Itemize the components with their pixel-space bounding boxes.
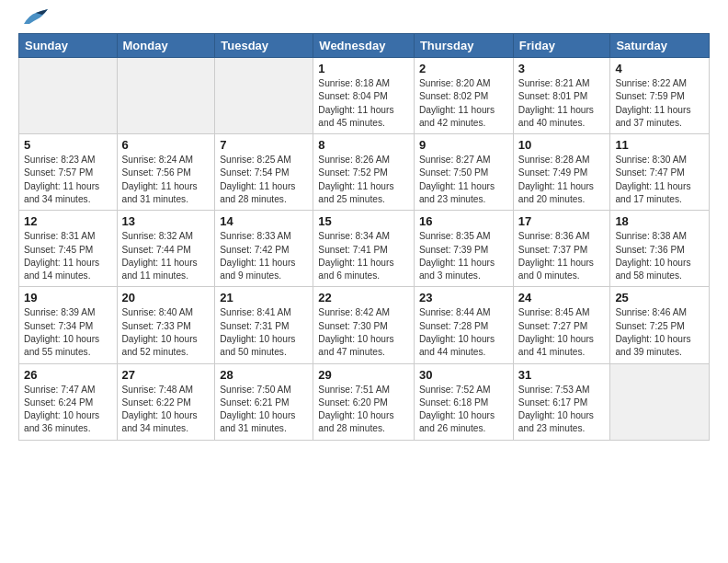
calendar-cell: 19Sunrise: 8:39 AM Sunset: 7:34 PM Dayli… [19,287,118,363]
calendar-cell: 2Sunrise: 8:20 AM Sunset: 8:02 PM Daylig… [414,58,513,134]
day-info: Sunrise: 7:53 AM Sunset: 6:17 PM Dayligh… [518,384,606,436]
calendar-cell: 16Sunrise: 8:35 AM Sunset: 7:39 PM Dayli… [414,211,513,287]
day-info: Sunrise: 7:51 AM Sunset: 6:20 PM Dayligh… [318,384,409,436]
calendar-cell: 31Sunrise: 7:53 AM Sunset: 6:17 PM Dayli… [513,363,610,440]
logo [18,15,50,28]
calendar-cell: 7Sunrise: 8:25 AM Sunset: 7:54 PM Daylig… [215,134,313,211]
weekday-header-thursday: Thursday [414,34,513,58]
day-number: 16 [419,214,508,228]
day-info: Sunrise: 8:32 AM Sunset: 7:44 PM Dayligh… [122,230,210,282]
day-number: 17 [518,214,606,228]
week-row-4: 19Sunrise: 8:39 AM Sunset: 7:34 PM Dayli… [19,287,710,363]
day-number: 23 [419,291,508,304]
calendar-cell: 17Sunrise: 8:36 AM Sunset: 7:37 PM Dayli… [513,211,610,287]
weekday-header-sunday: Sunday [19,34,118,58]
calendar-cell: 10Sunrise: 8:28 AM Sunset: 7:49 PM Dayli… [513,134,610,211]
day-info: Sunrise: 8:18 AM Sunset: 8:04 PM Dayligh… [318,77,409,130]
day-number: 21 [220,291,308,304]
day-info: Sunrise: 7:48 AM Sunset: 6:22 PM Dayligh… [122,384,210,436]
calendar-cell: 9Sunrise: 8:27 AM Sunset: 7:50 PM Daylig… [414,134,513,211]
day-number: 14 [220,214,308,228]
day-info: Sunrise: 8:34 AM Sunset: 7:41 PM Dayligh… [318,230,409,282]
calendar-cell: 15Sunrise: 8:34 AM Sunset: 7:41 PM Dayli… [313,211,415,287]
logo-bird-icon [22,7,50,28]
day-number: 13 [122,214,210,228]
calendar-cell: 21Sunrise: 8:41 AM Sunset: 7:31 PM Dayli… [215,287,313,363]
calendar-cell: 24Sunrise: 8:45 AM Sunset: 7:27 PM Dayli… [513,287,610,363]
day-info: Sunrise: 7:50 AM Sunset: 6:21 PM Dayligh… [220,384,308,436]
day-info: Sunrise: 8:25 AM Sunset: 7:54 PM Dayligh… [220,154,308,206]
calendar-cell: 6Sunrise: 8:24 AM Sunset: 7:56 PM Daylig… [117,134,215,211]
day-info: Sunrise: 8:27 AM Sunset: 7:50 PM Dayligh… [419,154,508,206]
calendar-cell: 14Sunrise: 8:33 AM Sunset: 7:42 PM Dayli… [215,211,313,287]
day-info: Sunrise: 8:42 AM Sunset: 7:30 PM Dayligh… [318,306,409,359]
day-info: Sunrise: 8:41 AM Sunset: 7:31 PM Dayligh… [220,306,308,359]
weekday-header-saturday: Saturday [610,34,710,58]
calendar-cell: 23Sunrise: 8:44 AM Sunset: 7:28 PM Dayli… [414,287,513,363]
day-number: 2 [419,62,508,75]
calendar-cell: 5Sunrise: 8:23 AM Sunset: 7:57 PM Daylig… [19,134,118,211]
day-info: Sunrise: 8:40 AM Sunset: 7:33 PM Dayligh… [122,306,210,359]
day-info: Sunrise: 8:38 AM Sunset: 7:36 PM Dayligh… [615,230,704,282]
calendar-cell [215,58,313,134]
day-info: Sunrise: 8:22 AM Sunset: 7:59 PM Dayligh… [615,77,704,130]
day-number: 24 [518,291,606,304]
weekday-header-tuesday: Tuesday [215,34,313,58]
day-number: 20 [122,291,210,304]
weekday-header-wednesday: Wednesday [313,34,415,58]
day-number: 27 [122,368,210,382]
calendar-cell: 27Sunrise: 7:48 AM Sunset: 6:22 PM Dayli… [117,363,215,440]
day-number: 30 [419,368,508,382]
calendar-cell: 28Sunrise: 7:50 AM Sunset: 6:21 PM Dayli… [215,363,313,440]
day-number: 15 [318,214,409,228]
calendar-cell [610,363,710,440]
day-info: Sunrise: 8:21 AM Sunset: 8:01 PM Dayligh… [518,77,606,130]
day-info: Sunrise: 8:28 AM Sunset: 7:49 PM Dayligh… [518,154,606,206]
day-number: 10 [518,138,606,152]
day-number: 26 [24,368,112,382]
calendar-cell: 25Sunrise: 8:46 AM Sunset: 7:25 PM Dayli… [610,287,710,363]
calendar-cell: 13Sunrise: 8:32 AM Sunset: 7:44 PM Dayli… [117,211,215,287]
day-info: Sunrise: 8:24 AM Sunset: 7:56 PM Dayligh… [122,154,210,206]
day-info: Sunrise: 8:30 AM Sunset: 7:47 PM Dayligh… [615,154,704,206]
day-number: 9 [419,138,508,152]
day-info: Sunrise: 8:23 AM Sunset: 7:57 PM Dayligh… [24,154,112,206]
day-number: 4 [615,62,704,75]
calendar-cell: 22Sunrise: 8:42 AM Sunset: 7:30 PM Dayli… [313,287,415,363]
calendar-cell: 12Sunrise: 8:31 AM Sunset: 7:45 PM Dayli… [19,211,118,287]
calendar-table: SundayMondayTuesdayWednesdayThursdayFrid… [18,33,710,441]
day-number: 12 [24,214,112,228]
day-info: Sunrise: 7:47 AM Sunset: 6:24 PM Dayligh… [24,384,112,436]
calendar-cell [19,58,118,134]
calendar-cell: 30Sunrise: 7:52 AM Sunset: 6:18 PM Dayli… [414,363,513,440]
day-number: 18 [615,214,704,228]
day-info: Sunrise: 8:33 AM Sunset: 7:42 PM Dayligh… [220,230,308,282]
weekday-header-friday: Friday [513,34,610,58]
weekday-header-monday: Monday [117,34,215,58]
day-info: Sunrise: 8:45 AM Sunset: 7:27 PM Dayligh… [518,306,606,359]
day-number: 25 [615,291,704,304]
weekday-header-row: SundayMondayTuesdayWednesdayThursdayFrid… [19,34,710,58]
day-number: 28 [220,368,308,382]
calendar-cell: 8Sunrise: 8:26 AM Sunset: 7:52 PM Daylig… [313,134,415,211]
day-number: 31 [518,368,606,382]
day-number: 19 [24,291,112,304]
day-number: 7 [220,138,308,152]
week-row-3: 12Sunrise: 8:31 AM Sunset: 7:45 PM Dayli… [19,211,710,287]
day-info: Sunrise: 8:20 AM Sunset: 8:02 PM Dayligh… [419,77,508,130]
day-info: Sunrise: 8:35 AM Sunset: 7:39 PM Dayligh… [419,230,508,282]
day-number: 29 [318,368,409,382]
calendar-cell: 26Sunrise: 7:47 AM Sunset: 6:24 PM Dayli… [19,363,118,440]
day-info: Sunrise: 8:39 AM Sunset: 7:34 PM Dayligh… [24,306,112,359]
calendar-cell: 29Sunrise: 7:51 AM Sunset: 6:20 PM Dayli… [313,363,415,440]
calendar-cell: 20Sunrise: 8:40 AM Sunset: 7:33 PM Dayli… [117,287,215,363]
calendar-cell [117,58,215,134]
calendar-cell: 1Sunrise: 8:18 AM Sunset: 8:04 PM Daylig… [313,58,415,134]
day-number: 8 [318,138,409,152]
week-row-1: 1Sunrise: 8:18 AM Sunset: 8:04 PM Daylig… [19,58,710,134]
day-number: 5 [24,138,112,152]
week-row-2: 5Sunrise: 8:23 AM Sunset: 7:57 PM Daylig… [19,134,710,211]
day-info: Sunrise: 8:46 AM Sunset: 7:25 PM Dayligh… [615,306,704,359]
calendar-cell: 18Sunrise: 8:38 AM Sunset: 7:36 PM Dayli… [610,211,710,287]
day-number: 1 [318,62,409,75]
